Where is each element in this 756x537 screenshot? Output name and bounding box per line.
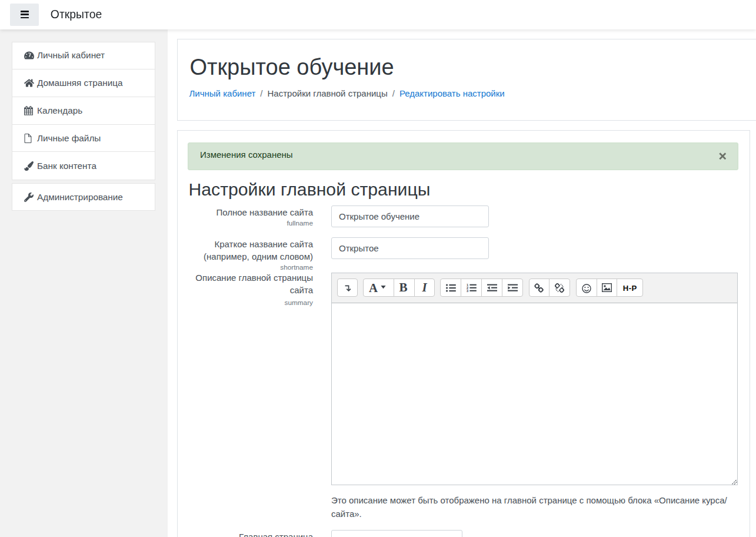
svg-text:3: 3 bbox=[467, 289, 468, 292]
